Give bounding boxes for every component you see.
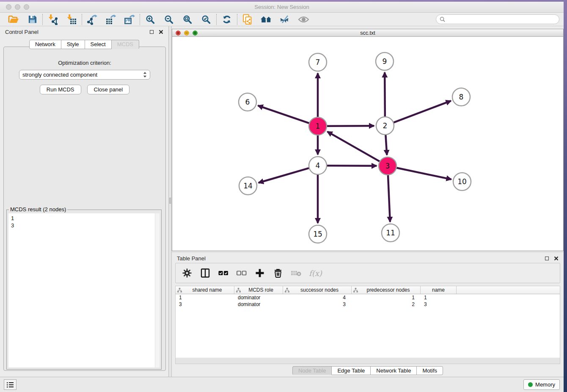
graph-node-6[interactable]: 6 (239, 93, 256, 111)
zoom-fit-icon[interactable] (182, 14, 193, 25)
network-window-titlebar: scc.txt (172, 29, 563, 37)
graph-node-4[interactable]: 4 (309, 157, 327, 174)
show-eye-icon[interactable] (297, 14, 309, 25)
control-panel: Control Panel Network Style Select MCDS … (0, 26, 168, 377)
control-panel-tabs: Network Style Select MCDS (0, 40, 168, 49)
cell-successor-nodes[interactable]: 3 (283, 301, 352, 307)
memory-status-dot (528, 382, 533, 387)
float-panel-icon[interactable] (150, 30, 154, 34)
column-type-icon (285, 288, 289, 293)
graph-node-11[interactable]: 11 (382, 224, 399, 242)
memory-button[interactable]: Memory (523, 379, 560, 390)
mcds-result-area[interactable]: 1 3 (8, 213, 160, 367)
tab-network[interactable]: Network (29, 40, 61, 49)
tab-network-table[interactable]: Network Table (371, 366, 417, 375)
graph-node-2[interactable]: 2 (376, 117, 394, 135)
column-header-successor-nodes[interactable]: successor nodes (283, 286, 352, 294)
column-header-name[interactable]: name (421, 286, 457, 294)
hide-eye-icon[interactable] (279, 14, 291, 25)
graph-node-7[interactable]: 7 (309, 53, 327, 71)
vertical-splitter[interactable] (168, 26, 172, 377)
select-all-icon[interactable] (218, 268, 229, 279)
neighbors-icon[interactable] (260, 14, 272, 25)
app-window: Session: New Session (0, 2, 564, 392)
column-header-predecessor-nodes[interactable]: predecessor nodes (352, 286, 421, 294)
cell-predecessor-nodes[interactable]: 2 (352, 301, 421, 307)
graph-edge-1-6[interactable] (258, 105, 310, 123)
add-icon[interactable] (254, 268, 265, 279)
close-table-panel-icon[interactable] (554, 256, 559, 261)
task-history-button[interactable] (4, 379, 17, 390)
tab-motifs[interactable]: Motifs (417, 366, 443, 375)
window-title: Session: New Session (0, 4, 564, 10)
deselect-all-icon[interactable] (236, 268, 247, 279)
graph-node-15[interactable]: 15 (309, 225, 327, 243)
column-selector-icon[interactable] (200, 268, 211, 279)
graph-edge-3-10[interactable] (396, 168, 451, 179)
graph-edge-2-8[interactable] (394, 101, 451, 122)
network-title: scc.txt (172, 30, 563, 36)
search-input[interactable] (447, 16, 556, 22)
svg-text:4: 4 (316, 161, 320, 170)
export-table-icon[interactable] (105, 14, 117, 25)
run-mcds-button[interactable]: Run MCDS (40, 85, 81, 94)
tab-mcds[interactable]: MCDS (112, 40, 139, 49)
search-box (436, 14, 559, 24)
cell-predecessor-nodes[interactable]: 1 (352, 295, 421, 301)
zoom-in-icon[interactable] (144, 14, 156, 25)
graph-edge-3-1[interactable] (328, 132, 380, 162)
cell-mcds-role[interactable]: dominator (234, 295, 283, 301)
graph-edge-2-3[interactable] (385, 135, 387, 155)
criterion-dropdown[interactable]: strongly connected component (19, 70, 150, 80)
graph-node-10[interactable]: 10 (453, 173, 471, 190)
tab-select[interactable]: Select (85, 40, 112, 49)
tab-style[interactable]: Style (61, 40, 85, 49)
refresh-icon[interactable] (221, 14, 233, 25)
graph-edge-1-2[interactable] (327, 126, 374, 126)
graph-node-9[interactable]: 9 (376, 52, 394, 70)
network-graph[interactable]: 7968124314101511 (172, 37, 563, 251)
cell-shared-name[interactable]: 3 (176, 301, 234, 307)
zoom-selected-icon[interactable] (200, 14, 212, 25)
settings-gear-icon[interactable] (182, 268, 193, 279)
delete-table-icon[interactable] (291, 268, 302, 279)
cell-name[interactable]: 3 (421, 301, 457, 307)
graph-edge-2-9[interactable] (385, 72, 385, 117)
float-table-panel-icon[interactable] (545, 257, 549, 260)
cell-mcds-role[interactable]: dominator (234, 301, 283, 307)
splitter-grip[interactable] (169, 198, 171, 204)
function-builder-icon[interactable]: f(x) (309, 269, 322, 278)
save-icon[interactable] (26, 14, 38, 25)
tab-edge-table[interactable]: Edge Table (332, 366, 371, 375)
open-file-icon[interactable] (8, 14, 19, 25)
close-panel-button[interactable]: Close panel (87, 85, 130, 94)
delete-icon[interactable] (272, 268, 284, 279)
close-panel-icon[interactable] (159, 30, 163, 34)
export-image-icon[interactable] (124, 14, 135, 25)
tab-node-table[interactable]: Node Table (292, 366, 332, 375)
result-scrollbar[interactable] (155, 213, 160, 367)
cell-successor-nodes[interactable]: 4 (283, 295, 352, 301)
column-header-shared-name[interactable]: shared name (176, 286, 234, 294)
window-titlebar: Session: New Session (0, 2, 564, 13)
import-network-icon[interactable] (47, 14, 59, 25)
zoom-out-icon[interactable] (163, 14, 175, 25)
import-table-icon[interactable] (66, 14, 77, 25)
graph-edge-4-14[interactable] (259, 168, 309, 183)
cell-name[interactable]: 1 (421, 295, 457, 301)
table-row[interactable]: 1 dominator 4 1 1 (176, 294, 560, 301)
copy-network-icon[interactable] (242, 14, 253, 25)
graph-node-1[interactable]: 1 (309, 117, 327, 135)
table-row[interactable]: 3 dominator 3 2 3 (176, 301, 560, 308)
graph-node-8[interactable]: 8 (452, 88, 470, 106)
svg-text:10: 10 (457, 177, 467, 186)
column-header-mcds-role[interactable]: MCDS role (234, 286, 283, 294)
graph-node-14[interactable]: 14 (239, 177, 257, 195)
graph-edge-4-3[interactable] (327, 166, 377, 166)
export-network-icon[interactable] (86, 14, 98, 25)
graph-node-3[interactable]: 3 (379, 157, 396, 175)
svg-text:9: 9 (383, 57, 387, 66)
cell-shared-name[interactable]: 1 (176, 295, 234, 301)
graph-edge-3-11[interactable] (388, 175, 390, 222)
table-horizontal-scrollbar[interactable] (175, 358, 560, 364)
